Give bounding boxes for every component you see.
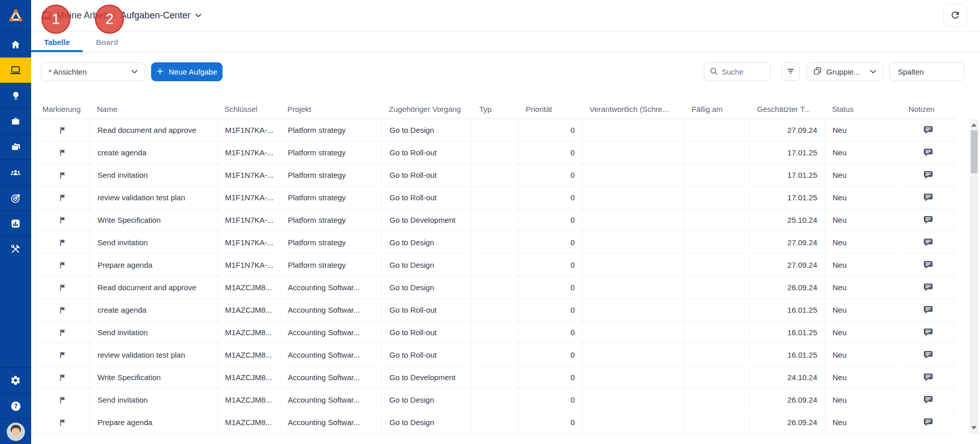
filter-button[interactable] xyxy=(781,62,800,81)
sidebar-item-target[interactable] xyxy=(0,185,31,211)
cell-name[interactable]: Send invitation xyxy=(90,231,217,253)
breadcrumb-parent[interactable]: Meine Arbeit xyxy=(57,10,108,21)
cell-name[interactable]: create agenda xyxy=(90,299,217,321)
cell-name[interactable]: Send invitation xyxy=(90,321,217,343)
column-header-verantwortlich[interactable]: Verantwortlich (Schre... xyxy=(582,105,684,113)
cell-name[interactable]: Prepare agenda xyxy=(90,411,217,433)
sidebar-item-home[interactable] xyxy=(0,32,31,57)
notes-icon[interactable] xyxy=(901,411,955,433)
flag-icon[interactable] xyxy=(35,276,90,298)
flag-icon[interactable] xyxy=(35,142,90,163)
tab-board[interactable]: Board xyxy=(95,32,118,52)
sidebar-item-tools[interactable] xyxy=(0,236,31,262)
notes-icon[interactable] xyxy=(901,209,955,231)
notes-icon[interactable] xyxy=(901,231,955,253)
flag-icon[interactable] xyxy=(35,366,90,388)
cell-name[interactable]: Send invitation xyxy=(90,389,217,411)
flag-icon[interactable] xyxy=(35,209,90,231)
table-row[interactable]: Send invitationM1AZCJM8...Accounting Sof… xyxy=(35,389,955,411)
tab-tabelle[interactable]: Tabelle xyxy=(31,32,83,52)
scrollbar-up-arrow[interactable] xyxy=(971,123,976,127)
notes-icon[interactable] xyxy=(901,119,955,141)
flag-icon[interactable] xyxy=(35,186,90,208)
notes-icon[interactable] xyxy=(901,321,955,343)
column-header-vorgang[interactable]: Zugehöriger Vorgang xyxy=(381,105,472,113)
table-row[interactable]: Write SpecificationM1F1N7KA-...Platform … xyxy=(35,209,955,231)
column-header-name[interactable]: Name xyxy=(89,105,217,113)
column-header-markierung[interactable]: Markierung xyxy=(35,105,89,113)
cell-name[interactable]: create agenda xyxy=(90,142,217,163)
columns-button[interactable]: Spalten xyxy=(889,62,964,81)
sidebar-item-user-avatar[interactable] xyxy=(0,418,31,444)
views-dropdown[interactable]: * Ansichten xyxy=(41,62,145,81)
notes-icon[interactable] xyxy=(901,186,955,208)
table-row[interactable]: Read document and approveM1AZCJM8...Acco… xyxy=(35,276,955,299)
cell-name[interactable]: Prepare agenda xyxy=(90,254,217,276)
table-row[interactable]: review validation test planM1AZCJM8...Ac… xyxy=(35,344,955,366)
table-row[interactable]: create agendaM1AZCJM8...Accounting Softw… xyxy=(35,299,955,321)
breadcrumb-current[interactable]: Aufgaben-Center xyxy=(120,10,202,21)
cell-name[interactable]: Send invitation xyxy=(90,164,217,186)
table-row[interactable]: Send invitationM1AZCJM8...Accounting Sof… xyxy=(35,321,955,344)
search-field[interactable] xyxy=(704,62,771,81)
flag-icon[interactable] xyxy=(35,119,90,141)
flag-icon[interactable] xyxy=(35,299,90,321)
table-row[interactable]: Write SpecificationM1AZCJM8...Accounting… xyxy=(35,366,955,389)
flag-icon[interactable] xyxy=(35,321,90,343)
flag-icon[interactable] xyxy=(35,231,90,253)
flag-icon[interactable] xyxy=(35,254,90,276)
cell-schluessel: M1AZCJM8... xyxy=(217,366,280,388)
column-header-faellig[interactable]: Fällig am xyxy=(684,105,749,113)
cell-name[interactable]: review validation test plan xyxy=(90,344,217,366)
search-input[interactable] xyxy=(722,67,763,76)
table-row[interactable]: review validation test planM1F1N7KA-...P… xyxy=(35,186,955,209)
sidebar-item-laptop[interactable] xyxy=(0,57,31,83)
flag-icon[interactable] xyxy=(35,389,90,411)
cell-name[interactable]: Read document and approve xyxy=(90,276,217,298)
sidebar-item-lightbulb[interactable] xyxy=(0,83,31,108)
table-row[interactable]: Read document and approveM1F1N7KA-...Pla… xyxy=(35,119,955,142)
column-header-schluessel[interactable]: Schlüssel xyxy=(217,105,280,113)
new-task-button[interactable]: Neue Aufgabe xyxy=(151,62,223,81)
cell-projekt: Accounting Softwar... xyxy=(280,366,382,388)
notes-icon[interactable] xyxy=(901,389,955,411)
column-header-status[interactable]: Status xyxy=(824,105,901,113)
notes-icon[interactable] xyxy=(901,254,955,276)
cell-geschaetzt: 17.01.25 xyxy=(750,142,825,163)
sidebar-item-chart[interactable] xyxy=(0,211,31,236)
cell-name[interactable]: Write Specification xyxy=(90,209,217,231)
table-row[interactable]: Send invitationM1F1N7KA-...Platform stra… xyxy=(35,164,955,186)
notes-icon[interactable] xyxy=(901,366,955,388)
notes-icon[interactable] xyxy=(901,344,955,366)
table-row[interactable]: Send invitationM1F1N7KA-...Platform stra… xyxy=(35,231,955,254)
notes-icon[interactable] xyxy=(901,299,955,321)
column-header-notizen[interactable]: Notizen xyxy=(901,105,954,113)
table-row[interactable]: Prepare agendaM1F1N7KA-...Platform strat… xyxy=(35,254,955,276)
group-dropdown[interactable]: Gruppie... xyxy=(806,62,883,81)
sidebar-item-gear[interactable] xyxy=(0,367,31,393)
column-header-geschaetzt[interactable]: Geschätzter T... xyxy=(749,105,824,113)
sidebar-item-briefcase[interactable] xyxy=(0,108,31,134)
notes-icon[interactable] xyxy=(901,276,955,298)
refresh-button[interactable] xyxy=(943,4,967,27)
column-header-projekt[interactable]: Projekt xyxy=(280,105,381,113)
table-row[interactable]: create agendaM1F1N7KA-...Platform strate… xyxy=(35,142,955,164)
scrollbar-thumb[interactable] xyxy=(971,130,977,173)
cell-name[interactable]: review validation test plan xyxy=(90,186,217,208)
column-header-typ[interactable]: Typ xyxy=(472,105,518,113)
sidebar-item-help[interactable]: ? xyxy=(0,393,31,418)
flag-icon[interactable] xyxy=(35,411,90,433)
sidebar-item-team[interactable] xyxy=(0,159,31,185)
flag-icon[interactable] xyxy=(35,164,90,186)
column-header-prioritaet[interactable]: Priorität xyxy=(518,105,582,113)
sidebar-item-folders[interactable] xyxy=(0,134,31,159)
scrollbar-down-arrow[interactable] xyxy=(971,426,976,430)
vertical-scrollbar[interactable] xyxy=(970,119,978,434)
notes-icon[interactable] xyxy=(901,142,955,163)
notes-icon[interactable] xyxy=(901,164,955,186)
flag-icon[interactable] xyxy=(35,344,90,366)
cell-vorgang: Go to Design xyxy=(382,231,472,253)
cell-name[interactable]: Read document and approve xyxy=(90,119,217,141)
table-row[interactable]: Prepare agendaM1AZCJM8...Accounting Soft… xyxy=(35,411,955,434)
cell-name[interactable]: Write Specification xyxy=(90,366,217,388)
